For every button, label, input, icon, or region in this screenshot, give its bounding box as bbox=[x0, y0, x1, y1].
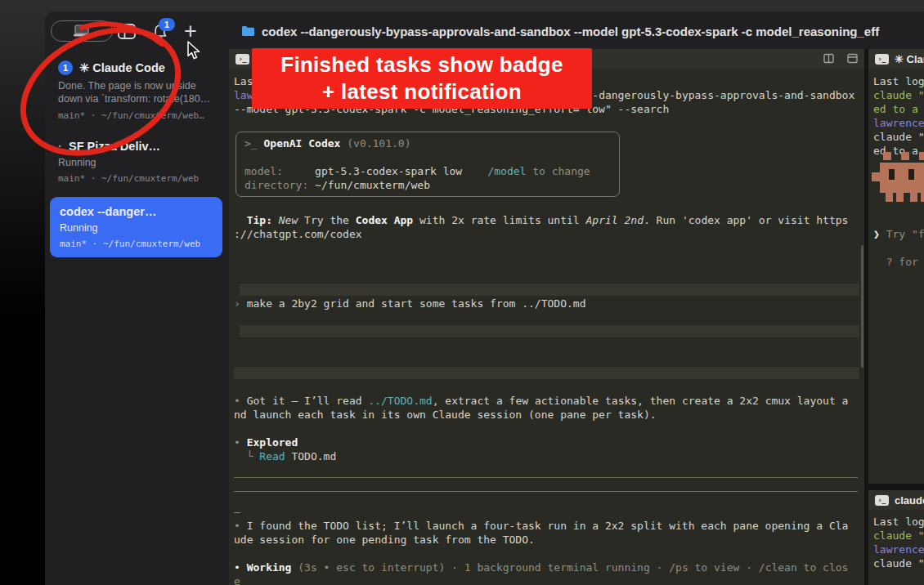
terminal-line: lawrencec bbox=[873, 116, 924, 130]
terminal-line bbox=[234, 116, 864, 130]
right-top-pane-header: ›_ ✳ Clau bbox=[868, 49, 924, 69]
annotation-banner: Finished tasks show badge + latest notif… bbox=[252, 48, 592, 109]
terminal-line: ed to a l bbox=[873, 102, 924, 116]
terminal-line: nd launch each task in its own Claude se… bbox=[234, 408, 864, 422]
session-notification-text: Done. The page is now upside down via `t… bbox=[58, 79, 218, 105]
pane-title: claude bbox=[895, 494, 924, 507]
terminal-line bbox=[234, 463, 864, 477]
terminal-line: • Working (3s • esc to interrupt) · 1 ba… bbox=[234, 560, 864, 574]
right-pane-column: ›_ ✳ Clau Last logiclaude "Wed to a llaw… bbox=[868, 49, 924, 585]
terminal-line: Last logi bbox=[873, 74, 924, 88]
terminal-line bbox=[234, 352, 864, 366]
terminal-line bbox=[234, 255, 864, 269]
session-status: Running bbox=[60, 222, 213, 234]
terminal-separator bbox=[234, 477, 858, 491]
folder-icon bbox=[241, 25, 255, 37]
annotation-banner-line1: Finished tasks show badge bbox=[280, 51, 563, 78]
terminal-line: claude "A bbox=[873, 556, 924, 570]
terminal-line bbox=[240, 325, 859, 337]
split-rows-icon bbox=[847, 53, 858, 64]
sidebar-toggle-button[interactable] bbox=[118, 24, 136, 42]
terminal-line: • Got it — I’ll read ../TODO.md, extract… bbox=[234, 394, 864, 408]
terminal-line: >_ OpenAI Codex (v0.101.0) bbox=[244, 136, 611, 150]
session-meta: main* · ~/fun/cmuxterm/web… bbox=[58, 110, 216, 121]
right-top-terminal-pane: ›_ ✳ Clau Last logiclaude "Wed to a llaw… bbox=[868, 49, 924, 484]
terminal-line: ://chatgpt.com/codex bbox=[234, 227, 864, 241]
terminal-line: claude "W bbox=[873, 130, 924, 144]
terminal-line: directory: ~/fun/cmuxterm/web bbox=[244, 178, 611, 192]
sidebar-toggle-icon bbox=[118, 24, 136, 39]
terminal-line: lawrencec bbox=[873, 543, 924, 556]
terminal-separator bbox=[234, 491, 858, 505]
terminal-line bbox=[873, 241, 924, 255]
session-title: codex --danger… bbox=[60, 205, 156, 218]
split-columns-icon bbox=[823, 53, 834, 64]
session-item-claude-code[interactable]: 1 ✳ Claude Code Done. The page is now up… bbox=[47, 56, 227, 126]
terminal-line: • Explored bbox=[234, 435, 864, 449]
annotation-banner-line2: + latest notification bbox=[322, 78, 522, 105]
terminal-icon: ›_ bbox=[875, 54, 889, 65]
terminal-line bbox=[234, 338, 864, 352]
right-bottom-terminal-pane: ›_ claude Last logiclaude "Alawrenceccla… bbox=[868, 490, 924, 585]
session-unread-badge: 1 bbox=[58, 60, 73, 75]
terminal-line bbox=[234, 422, 864, 435]
terminal-line: e bbox=[234, 574, 864, 585]
terminal-line: › make a 2by2 grid and start some tasks … bbox=[234, 297, 864, 310]
terminal-line bbox=[873, 213, 924, 227]
terminal-line bbox=[234, 310, 864, 324]
window-title-group: codex --dangerously-bypass-approvals-and… bbox=[241, 21, 924, 41]
pane-divider[interactable] bbox=[868, 484, 924, 490]
titlebar: 1 + codex --dangerously-bypass-approvals… bbox=[45, 11, 924, 49]
session-title: SF Pizza Deliv… bbox=[69, 140, 160, 153]
terminal-line bbox=[234, 380, 864, 394]
window-title: codex --dangerously-bypass-approvals-and… bbox=[262, 25, 879, 38]
terminal-line bbox=[234, 367, 859, 379]
codex-welcome-box: >_ OpenAI Codex (v0.101.0)model: gpt-5.3… bbox=[235, 132, 620, 197]
terminal-line: └ Read TODO.md bbox=[234, 449, 864, 463]
session-title: ✳ Claude Code bbox=[79, 61, 165, 74]
terminal-line: Last logi bbox=[873, 515, 924, 529]
session-meta: main* · ~/fun/cmuxterm/web bbox=[60, 239, 213, 249]
terminal-line: ❯ Try "f bbox=[873, 227, 924, 241]
terminal-icon: ›_ bbox=[235, 54, 249, 65]
pane-title: ✳ Clau bbox=[895, 53, 924, 65]
terminal-line bbox=[234, 199, 864, 213]
right-top-terminal-output[interactable]: Last logiclaude "Wed to a llawrencecclau… bbox=[868, 69, 924, 484]
screen-button[interactable] bbox=[51, 20, 113, 42]
sidebar: 1 ✳ Claude Code Done. The page is now up… bbox=[45, 49, 229, 585]
right-bottom-pane-header: ›_ claude bbox=[868, 490, 924, 510]
split-rows-button[interactable] bbox=[847, 53, 858, 66]
notification-badge: 1 bbox=[159, 18, 175, 31]
terminal-line: claude "A bbox=[873, 529, 924, 543]
session-status: Running bbox=[58, 157, 216, 168]
terminal-line: • I found the TODO list; I’ll launch a f… bbox=[234, 519, 864, 533]
terminal-line: ? for s bbox=[873, 255, 924, 269]
terminal-line: — bbox=[234, 505, 864, 519]
session-status-dot: · bbox=[58, 139, 62, 153]
terminal-line bbox=[234, 547, 864, 560]
terminal-line bbox=[240, 284, 859, 296]
terminal-line: model: gpt-5.3-codex-spark low /model to… bbox=[244, 164, 611, 178]
terminal-line: ude session for one pending task from th… bbox=[234, 533, 864, 547]
terminal-line bbox=[244, 150, 611, 164]
notifications-button[interactable]: 1 bbox=[151, 24, 168, 43]
new-session-button[interactable]: + bbox=[184, 19, 197, 44]
terminal-line: Tip: New Try the Codex App with 2x rate … bbox=[234, 213, 864, 227]
session-meta: main* · ~/fun/cmuxterm/web bbox=[58, 173, 216, 184]
split-columns-button[interactable] bbox=[823, 53, 834, 66]
terminal-icon: ›_ bbox=[875, 495, 889, 506]
claude-mascot-icon bbox=[872, 152, 924, 203]
terminal-line bbox=[234, 269, 864, 283]
main-terminal-pane: ›_ Laslaw -dangerously-b bbox=[229, 49, 864, 585]
terminal-line bbox=[234, 241, 864, 255]
terminal-line: claude "W bbox=[873, 88, 924, 102]
session-item-codex-selected[interactable]: codex --danger… Running main* · ~/fun/cm… bbox=[50, 197, 222, 257]
session-item-sf-pizza[interactable]: · SF Pizza Deliv… Running main* · ~/fun/… bbox=[47, 134, 227, 189]
monitor-icon bbox=[73, 25, 91, 38]
main-terminal-output[interactable]: Laslaw -dangerously-bypass-approvals-and… bbox=[229, 69, 864, 585]
right-bottom-terminal-output[interactable]: Last logiclaude "Alawrencecclaude "A bbox=[868, 510, 924, 570]
scrollbar-thumb[interactable] bbox=[861, 245, 863, 368]
